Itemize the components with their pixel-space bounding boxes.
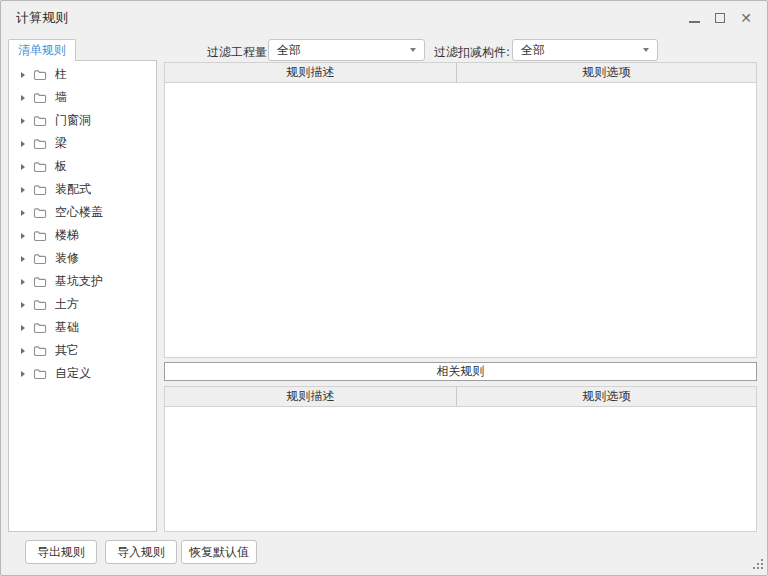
column-header-rule-description[interactable]: 规则描述	[165, 387, 457, 406]
related-table-header: 规则描述 规则选项	[165, 387, 756, 407]
expand-arrow-icon[interactable]	[21, 118, 25, 124]
tree-item-label: 墙	[55, 89, 67, 106]
filter-quantity-value: 全部	[277, 42, 404, 59]
expand-arrow-icon[interactable]	[21, 256, 25, 262]
filter-quantity-select[interactable]: 全部	[268, 39, 425, 61]
tab-list-rules[interactable]: 清单规则	[8, 39, 76, 61]
tree-item-label: 板	[55, 158, 67, 175]
tree-item-label: 装配式	[55, 181, 91, 198]
expand-arrow-icon[interactable]	[21, 371, 25, 377]
folder-icon	[33, 69, 47, 81]
folder-icon	[33, 138, 47, 150]
tree-item[interactable]: 其它	[9, 339, 156, 362]
window-title: 计算规则	[16, 9, 68, 27]
tree-item[interactable]: 装修	[9, 247, 156, 270]
tree-item-label: 土方	[55, 296, 79, 313]
expand-arrow-icon[interactable]	[21, 233, 25, 239]
expand-arrow-icon[interactable]	[21, 187, 25, 193]
tree-item-label: 门窗洞	[55, 112, 91, 129]
tree-item[interactable]: 自定义	[9, 362, 156, 385]
expand-arrow-icon[interactable]	[21, 95, 25, 101]
tree-item-label: 楼梯	[55, 227, 79, 244]
filter-quantity-label: 过滤工程量:	[207, 44, 271, 61]
rules-table-header: 规则描述 规则选项	[165, 63, 756, 83]
chevron-down-icon	[410, 48, 416, 52]
folder-icon	[33, 322, 47, 334]
column-header-rule-description[interactable]: 规则描述	[165, 63, 457, 82]
folder-icon	[33, 345, 47, 357]
minimize-button[interactable]	[682, 8, 706, 28]
related-rules-table: 规则描述 规则选项	[164, 386, 757, 532]
tree-item[interactable]: 墙	[9, 86, 156, 109]
folder-icon	[33, 299, 47, 311]
column-header-rule-options[interactable]: 规则选项	[457, 387, 756, 406]
tree-item[interactable]: 装配式	[9, 178, 156, 201]
resize-grip[interactable]	[751, 559, 763, 571]
folder-icon	[33, 161, 47, 173]
folder-icon	[33, 276, 47, 288]
expand-arrow-icon[interactable]	[21, 348, 25, 354]
tree-item-label: 装修	[55, 250, 79, 267]
import-rules-button[interactable]: 导入规则	[105, 540, 177, 564]
folder-icon	[33, 115, 47, 127]
tree-item[interactable]: 梁	[9, 132, 156, 155]
window-controls: ✕	[682, 8, 758, 28]
tree-item-label: 基础	[55, 319, 79, 336]
tree-item[interactable]: 门窗洞	[9, 109, 156, 132]
maximize-icon	[715, 13, 725, 23]
folder-icon	[33, 92, 47, 104]
rules-table: 规则描述 规则选项	[164, 62, 757, 358]
folder-icon	[33, 368, 47, 380]
tree-item[interactable]: 基础	[9, 316, 156, 339]
tree-item[interactable]: 楼梯	[9, 224, 156, 247]
expand-arrow-icon[interactable]	[21, 141, 25, 147]
tree-item[interactable]: 基坑支护	[9, 270, 156, 293]
export-rules-button[interactable]: 导出规则	[25, 540, 97, 564]
folder-icon	[33, 253, 47, 265]
expand-arrow-icon[interactable]	[21, 164, 25, 170]
chevron-down-icon	[643, 48, 649, 52]
tree-item-label: 自定义	[55, 365, 91, 382]
calculation-rules-window: 计算规则 ✕ 清单规则 柱	[0, 0, 768, 576]
tree-item-label: 基坑支护	[55, 273, 103, 290]
close-icon: ✕	[740, 11, 752, 25]
maximize-button[interactable]	[708, 8, 732, 28]
expand-arrow-icon[interactable]	[21, 279, 25, 285]
minimize-icon	[689, 21, 700, 23]
tree-item-label: 梁	[55, 135, 67, 152]
tree-item[interactable]: 柱	[9, 63, 156, 86]
filter-deduction-value: 全部	[521, 42, 637, 59]
tree-item-label: 空心楼盖	[55, 204, 103, 221]
tree-item-label: 其它	[55, 342, 79, 359]
tree-item[interactable]: 空心楼盖	[9, 201, 156, 224]
filter-deduction-select[interactable]: 全部	[512, 39, 658, 61]
titlebar: 计算规则 ✕	[0, 0, 768, 34]
category-tree-panel: 柱 墙 门窗洞	[8, 60, 157, 532]
tree-item[interactable]: 土方	[9, 293, 156, 316]
expand-arrow-icon[interactable]	[21, 325, 25, 331]
filter-deduction-label: 过滤扣减构件:	[434, 44, 510, 61]
tree-item-label: 柱	[55, 66, 67, 83]
restore-defaults-button[interactable]: 恢复默认值	[181, 540, 257, 564]
expand-arrow-icon[interactable]	[21, 210, 25, 216]
expand-arrow-icon[interactable]	[21, 302, 25, 308]
folder-icon	[33, 230, 47, 242]
tree-item[interactable]: 板	[9, 155, 156, 178]
expand-arrow-icon[interactable]	[21, 72, 25, 78]
column-header-rule-options[interactable]: 规则选项	[457, 63, 756, 82]
folder-icon	[33, 184, 47, 196]
folder-icon	[33, 207, 47, 219]
related-rules-bar: 相关规则	[164, 362, 757, 381]
close-button[interactable]: ✕	[734, 8, 758, 28]
